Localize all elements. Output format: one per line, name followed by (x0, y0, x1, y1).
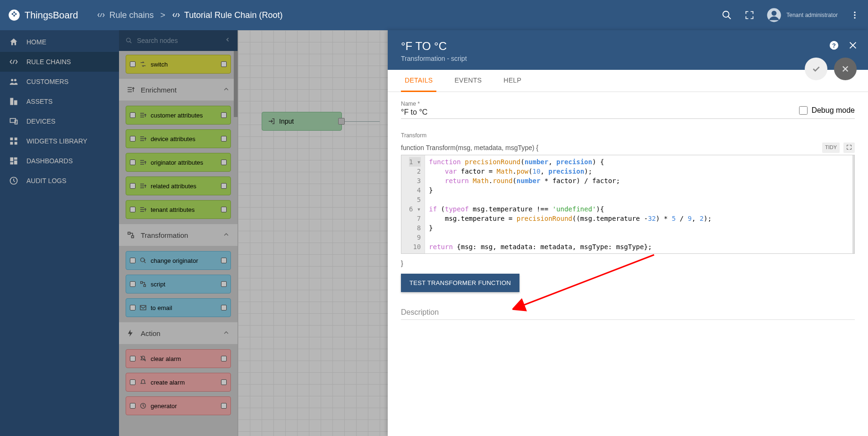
function-signature: function Transform(msg, metadata, msgTyp… (401, 143, 855, 153)
code-editor[interactable]: 1 ▾2345 6 ▾78910 function precisionRound… (401, 155, 855, 254)
svg-point-0 (723, 11, 729, 17)
avatar-icon (766, 8, 782, 23)
user-name-label: Tenant administrator (786, 12, 838, 18)
breadcrumb-parent[interactable]: Rule chains (97, 10, 153, 20)
help-icon[interactable]: ? (828, 40, 840, 51)
brand-logo[interactable]: ThingsBoard (8, 8, 78, 22)
description-field[interactable]: Description (401, 308, 855, 320)
tab-details[interactable]: DETAILS (401, 70, 436, 92)
user-menu[interactable]: Tenant administrator (766, 8, 838, 23)
tab-help[interactable]: HELP (500, 70, 525, 92)
tab-events[interactable]: EVENTS (451, 70, 485, 92)
debug-checkbox-input[interactable] (799, 106, 808, 115)
svg-point-2 (772, 11, 777, 16)
test-transformer-button[interactable]: TEST TRANSFORMER FUNCTION (401, 274, 519, 292)
cancel-button[interactable] (834, 58, 857, 80)
detail-tabs: DETAILS EVENTS HELP (388, 70, 868, 92)
breadcrumb-separator: > (160, 10, 165, 20)
fullscreen-editor-icon[interactable] (843, 143, 855, 153)
logo-icon (8, 8, 21, 22)
rulechain-icon (97, 11, 105, 19)
search-icon[interactable] (721, 9, 732, 21)
detail-header: °F TO °C Transformation - script ? (388, 30, 868, 70)
close-icon[interactable] (847, 40, 859, 51)
editor-code[interactable]: function precisionRound(number, precisio… (425, 155, 854, 253)
debug-checkbox[interactable]: Debug mode (799, 106, 855, 115)
detail-panel: °F TO °C Transformation - script ? DETAI… (388, 30, 868, 436)
fn-close-brace: } (401, 260, 855, 267)
more-icon[interactable] (849, 9, 860, 21)
dim-overlay[interactable] (0, 30, 388, 436)
detail-body: Name * °F to °C Debug mode Transform fun… (388, 92, 868, 436)
svg-text:?: ? (832, 42, 836, 49)
fullscreen-icon[interactable] (744, 9, 755, 21)
detail-title: °F TO °C (401, 40, 855, 53)
svg-point-5 (854, 17, 855, 18)
breadcrumb: Rule chains > Tutorial Rule Chain (Root) (97, 10, 282, 20)
editor-scrollbar[interactable] (852, 155, 854, 253)
app-header: ThingsBoard Rule chains > Tutorial Rule … (0, 0, 868, 30)
detail-subtitle: Transformation - script (401, 55, 855, 62)
svg-point-4 (854, 14, 855, 16)
transform-label: Transform (401, 132, 855, 139)
editor-gutter: 1 ▾2345 6 ▾78910 (401, 155, 425, 253)
tidy-button[interactable]: TIDY (822, 143, 840, 153)
brand-name: ThingsBoard (25, 10, 78, 21)
svg-point-3 (854, 12, 855, 13)
apply-button[interactable] (805, 58, 827, 80)
breadcrumb-current[interactable]: Tutorial Rule Chain (Root) (172, 10, 282, 20)
rulechain-icon (172, 11, 180, 19)
name-field[interactable]: Name * °F to °C (401, 101, 780, 117)
header-right: Tenant administrator (721, 8, 860, 23)
